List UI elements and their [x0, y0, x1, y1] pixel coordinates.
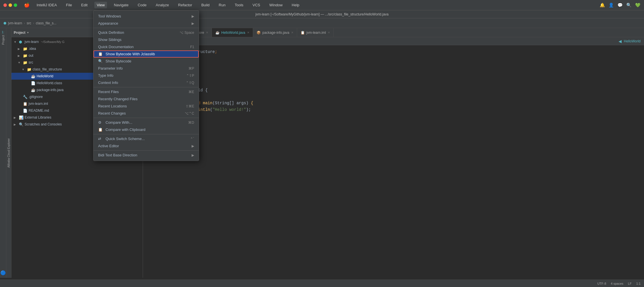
- menu-window[interactable]: Window: [267, 2, 285, 8]
- tree-label-cfs: class_file_structure: [33, 67, 62, 71]
- code-line-4: * @Author zhangboqing: [148, 68, 639, 74]
- window-title: jvm-learn [~/Software/MyGithub/jvm-learn…: [255, 12, 389, 16]
- menu-build[interactable]: Build: [199, 2, 212, 8]
- tab-iml-close[interactable]: ✕: [328, 31, 330, 34]
- expand-arrow-scratch: ▶: [14, 123, 18, 126]
- menu-label-recent-locations: Recent Locations: [98, 104, 183, 108]
- tabs-bar: 📄 README.md ✕ 📄 .gitignore ✕ ☕ HelloWorl…: [143, 28, 644, 37]
- project-tab[interactable]: 1: Project: [1, 30, 5, 45]
- wechat-icon[interactable]: 💚: [635, 3, 641, 8]
- editor-content[interactable]: package class_file_structure; /** * @Aut…: [143, 45, 644, 278]
- tab-helloworld-close[interactable]: ✕: [247, 31, 249, 34]
- menu-shortcut-recent-changes: ⌥⌃C: [185, 111, 194, 115]
- menu-item-show-bytecode[interactable]: 🔍 Show Bytecode: [94, 58, 199, 65]
- back-icon[interactable]: ◀: [619, 39, 622, 44]
- expand-arrow-idea: ▶: [18, 47, 22, 50]
- menu-view[interactable]: View: [94, 2, 107, 8]
- tree-label-gitignore: .gitignore: [29, 95, 43, 99]
- compare-icon: ⚙: [98, 120, 103, 125]
- jclasslib-icon: 📋: [98, 52, 103, 56]
- menu-label-recent-files: Recent Files: [98, 90, 186, 94]
- sidebar-dropdown-arrow[interactable]: ▾: [27, 31, 29, 34]
- folder-icon-cfs: 📁: [27, 67, 31, 72]
- menu-item-appearance[interactable]: Appearance ▶: [94, 20, 199, 27]
- tab-gitignore-close[interactable]: ✕: [206, 31, 208, 34]
- menu-code[interactable]: Code: [135, 2, 149, 8]
- editor-toolbar: ◀ HelloWorld: [143, 37, 644, 45]
- menu-shortcut-context-info: ⌃⇧Q: [186, 81, 194, 85]
- profile-icon[interactable]: 👤: [609, 3, 614, 8]
- tab-package-close[interactable]: ✕: [291, 31, 293, 34]
- menu-item-recent-files[interactable]: Recent Files ⌘E: [94, 88, 199, 95]
- notification-icon[interactable]: 🔔: [600, 3, 605, 8]
- menu-item-quick-definition[interactable]: Quick Definition ⌥ Space: [94, 29, 199, 36]
- menu-item-quick-documentation[interactable]: Quick Documentation F1: [94, 43, 199, 50]
- status-encoding[interactable]: UTF-8: [597, 282, 606, 285]
- menu-vcs[interactable]: VCS: [250, 2, 263, 8]
- tab-helloworld[interactable]: ☕ HelloWorld.java ✕: [212, 28, 253, 37]
- file-icon-gitignore: 🔧: [23, 95, 27, 99]
- menu-intellij[interactable]: IntelliJ IDEA: [34, 2, 59, 8]
- close-window-button[interactable]: [3, 3, 7, 7]
- menu-section-4: ⚙ Compare With... ⌘D 📋 Compare with Clip…: [94, 118, 199, 134]
- menu-run[interactable]: Run: [216, 2, 228, 8]
- menu-refactor[interactable]: Refactor: [176, 2, 194, 8]
- menu-item-show-siblings[interactable]: Show Siblings: [94, 36, 199, 43]
- menu-tools[interactable]: Tools: [232, 2, 246, 8]
- breadcrumb-class[interactable]: class_file_s...: [36, 21, 56, 25]
- breadcrumb-project[interactable]: jvm-learn: [8, 21, 22, 25]
- menu-label-bidi-text: Bidi Text Base Direction: [98, 153, 189, 157]
- tree-label-idea: .idea: [29, 47, 36, 51]
- menu-item-tool-windows[interactable]: Tool Windows ▶: [94, 13, 199, 20]
- menu-item-bidi-text[interactable]: Bidi Text Base Direction ▶: [94, 152, 199, 159]
- menu-item-type-info[interactable]: Type Info ⌃⇧P: [94, 72, 199, 79]
- search-icon[interactable]: 🔍: [626, 3, 632, 8]
- tab-package-info[interactable]: 📦 package-info.java ✕: [253, 28, 297, 37]
- status-indent[interactable]: 4 spaces: [611, 282, 623, 285]
- menu-item-compare-with[interactable]: ⚙ Compare With... ⌘D: [94, 119, 199, 126]
- menu-item-recently-changed-files[interactable]: Recently Changed Files: [94, 95, 199, 103]
- scratch-icon: 🔍: [19, 122, 23, 127]
- menu-navigate[interactable]: Navigate: [112, 2, 131, 8]
- maximize-window-button[interactable]: [14, 3, 17, 7]
- paren-open-2: (: [210, 107, 212, 113]
- minimize-window-button[interactable]: [9, 3, 12, 7]
- class-brace-open: {: [205, 87, 208, 93]
- menu-item-recent-changes[interactable]: Recent Changes ⌥⌃C: [94, 110, 199, 117]
- menu-help[interactable]: Help: [289, 2, 302, 8]
- menu-item-show-bytecode-jclasslib[interactable]: 📋 Show Bytecode With Jclasslib: [94, 50, 199, 58]
- connect-icon[interactable]: 🔵: [0, 270, 6, 276]
- menu-analyze[interactable]: Analyze: [154, 2, 171, 8]
- project-icon: ⬢: [19, 40, 23, 44]
- menu-item-context-info[interactable]: Context Info ⌃⇧Q: [94, 79, 199, 86]
- menu-item-parameter-info[interactable]: Parameter Info ⌘P: [94, 65, 199, 72]
- menu-label-recently-changed-files: Recently Changed Files: [98, 97, 194, 101]
- menu-label-show-siblings: Show Siblings: [98, 38, 194, 42]
- code-line-2: [148, 55, 639, 61]
- alibaba-cloud-strip: Alibaba Cloud Explorer: [6, 28, 11, 278]
- project-tab-number: 1:: [2, 30, 4, 34]
- project-tab-label: Project: [1, 35, 5, 45]
- chat-icon[interactable]: 💬: [617, 3, 623, 8]
- menu-item-compare-clipboard[interactable]: 📋 Compare with Clipboard: [94, 126, 199, 133]
- breadcrumb-src[interactable]: src: [27, 21, 31, 25]
- status-position[interactable]: 1:1: [636, 282, 641, 285]
- expand-arrow-out: ▶: [18, 54, 22, 57]
- tree-label-helloworld-class: HelloWorld.class: [37, 81, 62, 85]
- tree-label-external-libraries: External Libraries: [25, 115, 51, 119]
- menu-item-recent-locations[interactable]: Recent Locations ⇧⌘E: [94, 103, 199, 110]
- menu-item-quick-switch[interactable]: ⇄ Quick Switch Scheme... ⌃`: [94, 135, 199, 142]
- code-line-3: /**: [148, 62, 639, 68]
- code-line-7: public class HelloWorld {: [148, 87, 639, 93]
- code-line-6: */: [148, 81, 639, 87]
- menu-label-active-editor: Active Editor: [98, 144, 189, 148]
- menu-shortcut-compare-with: ⌘D: [188, 121, 194, 125]
- menu-file[interactable]: File: [64, 2, 74, 8]
- menu-edit[interactable]: Edit: [79, 2, 90, 8]
- status-right: UTF-8 4 spaces LF 1:1: [597, 282, 641, 285]
- tab-iml[interactable]: 📋 jvm-learn.iml ✕: [297, 28, 334, 37]
- menu-item-active-editor[interactable]: Active Editor ▶: [94, 142, 199, 150]
- menu-label-quick-documentation: Quick Documentation: [98, 45, 188, 49]
- status-line-sep[interactable]: LF: [628, 282, 632, 285]
- menu-label-recent-changes: Recent Changes: [98, 111, 182, 115]
